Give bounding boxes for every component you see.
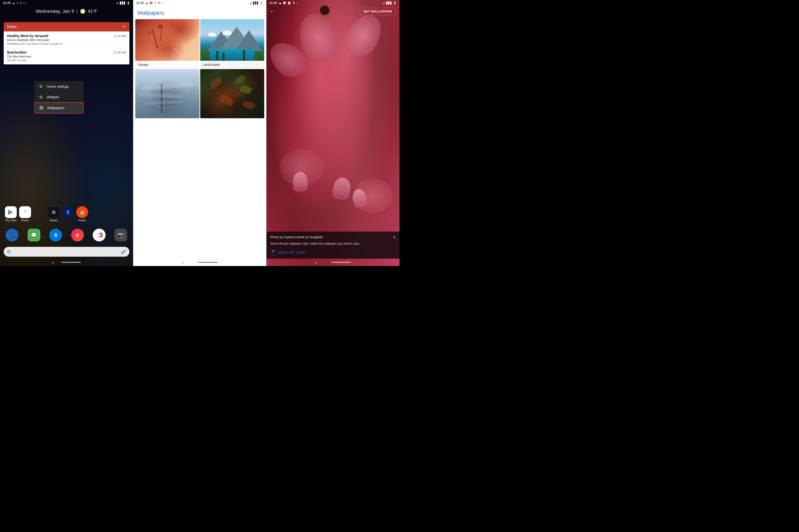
status-bar-panel1: 11:15 ☁ 𝕏 ✉ 𝕏 ● ▲ ▋▋▋ 🔋 — [0, 0, 133, 6]
home-indicator-p2[interactable] — [198, 262, 218, 263]
divider: | — [76, 9, 77, 14]
back-button-p1[interactable]: ‹ — [52, 260, 54, 265]
messages-dock-icon[interactable]: 💬 — [27, 229, 40, 242]
wifi-p2: ▲ — [249, 1, 252, 4]
games-icon: ⊞ — [48, 206, 59, 218]
nav-bar-panel3: ‹ — [266, 259, 400, 266]
skype-dock-icon[interactable]: S — [49, 229, 62, 242]
spiral-dock-icon[interactable]: ⊛ — [71, 229, 84, 242]
twitter-icon-p2: 𝕏 — [154, 1, 156, 5]
winter-image — [135, 69, 200, 118]
time-panel3: 11:15 — [270, 1, 277, 5]
note-icon-p3: 📋 — [287, 1, 291, 5]
back-nav-p3[interactable]: ‹ — [315, 260, 317, 265]
context-menu-wallpapers-label: Wallpapers — [47, 106, 64, 110]
back-button-panel3[interactable]: ← — [270, 8, 275, 14]
dot-icon-p2: ● — [162, 2, 163, 4]
chrome-dock-icon[interactable] — [93, 229, 106, 242]
signal-icon-p1: ▋▋▋ — [120, 1, 126, 5]
wallpapers-icon: 🖼 — [39, 106, 44, 110]
leaves-card[interactable] — [200, 69, 264, 118]
flower-background — [266, 0, 400, 266]
voyage-card[interactable]: Voyage — [135, 19, 200, 68]
topbar-panel3: ← SET WALLPAPER — [266, 6, 400, 17]
status-left-p2: 11:15 ☁ 🖼 𝕏 ✉ ● — [136, 1, 163, 5]
signal-p2: ▋▋▋ — [253, 1, 259, 5]
wallpapers-title: Wallpapers — [137, 10, 262, 16]
nav-bar-panel1: ‹ — [0, 259, 133, 266]
inbox-preview-2: Get $57 of meat — [7, 59, 126, 62]
inbox-sender-1: Healthy Mind by Verywell — [7, 34, 48, 38]
photos-label: Photos — [21, 219, 29, 222]
twitter-icon-1: 𝕏 — [16, 2, 18, 4]
games-app[interactable]: ⊞ Games — [48, 206, 59, 222]
gear-icon: ⚙ — [38, 84, 43, 89]
wallpaper-description: Show off your wallpaper style. Make this… — [271, 242, 395, 246]
shazam-icon: S — [62, 206, 74, 218]
games-label: Games — [50, 219, 58, 222]
build-case-row: 📱 BUILD MY CASE — [271, 249, 395, 255]
photo-credit-text: Photo by Catrina Farrell on Unsplash — [271, 235, 323, 239]
inbox-subject-2: Our best deal ever — [7, 55, 126, 58]
inbox-time-1: 11:12 AM — [113, 34, 126, 38]
wallpapers-panel: 11:15 ☁ 🖼 𝕏 ✉ ● ▲ ▋▋▋ 🔋 Wallpapers — [133, 0, 267, 266]
weather-icon: 🌕 — [80, 8, 85, 14]
chevron-down-icon[interactable]: ∨ — [393, 235, 395, 239]
signal-p3: ▋▋▋ — [386, 1, 392, 5]
context-menu-home-settings[interactable]: ⚙ Home settings — [34, 81, 83, 92]
dot-icon-p3: ● — [296, 2, 297, 4]
app-icons-row1: Play Store Photos ⊞ Games S 🤖 Reddit — [0, 206, 133, 222]
twitter-icon-p3: 𝕏 — [293, 1, 295, 5]
reddit-label: Reddit — [79, 219, 86, 222]
wifi-icon-p1: ▲ — [116, 1, 119, 4]
inbox-edit-icon[interactable]: ✏ — [123, 25, 126, 29]
battery-icon-p1: 🔋 — [127, 1, 130, 5]
context-menu-home-settings-label: Home settings — [47, 84, 69, 89]
wallpapers-grid: Voyage Landscapes — [133, 19, 266, 118]
inbox-preview-1: Meditating with chocolate is simple enou… — [7, 42, 126, 45]
back-button-p2[interactable]: ‹ — [182, 260, 184, 265]
play-store-label: Play Store — [5, 219, 17, 222]
photos-app[interactable]: Photos — [19, 206, 31, 222]
context-menu: ⚙ Home settings ⊞ Widgets 🖼 Wallpapers — [34, 81, 83, 114]
photo-credit-row: Photo by Catrina Farrell on Unsplash ∨ — [271, 235, 395, 239]
mail-icon-p2: ✉ — [158, 1, 161, 5]
status-bar-right-panel1: ▲ ▋▋▋ 🔋 — [116, 1, 130, 5]
photos-icon — [19, 206, 31, 218]
google-logo: G — [7, 249, 11, 255]
inbox-item-1[interactable]: Healthy Mind by Verywell 11:12 AM How to… — [4, 32, 129, 48]
weather-display: 41°F — [88, 9, 97, 14]
home-indicator-p3[interactable] — [331, 262, 351, 263]
leaves-image — [200, 69, 264, 118]
inbox-card: Inbox ✏ Healthy Mind by Verywell 11:12 A… — [4, 22, 129, 64]
date-weather-widget: Wednesday, Jan 9 | 🌕 41°F — [0, 8, 133, 14]
context-menu-widgets[interactable]: ⊞ Widgets — [34, 92, 83, 102]
phone-case-icon: 📱 — [271, 249, 277, 255]
context-menu-widgets-label: Widgets — [47, 95, 59, 99]
shazam-app[interactable]: S — [62, 206, 74, 222]
context-menu-wallpapers[interactable]: 🖼 Wallpapers — [34, 102, 83, 114]
landscapes-card[interactable]: Landscapes — [200, 19, 264, 68]
cloud-icon: ☁ — [12, 1, 15, 5]
dot-icon: ● — [26, 2, 27, 4]
dock-row: 📞 💬 S ⊛ 📷 — [0, 229, 133, 242]
camera-dock-icon[interactable]: 📷 — [114, 229, 127, 242]
reddit-app[interactable]: 🤖 Reddit — [76, 206, 88, 222]
image-icon-p3: 🖼 — [283, 1, 286, 5]
inbox-item-2[interactable]: ButcherBox 11:05 AM Our best deal ever G… — [4, 48, 129, 64]
inbox-title: Inbox — [7, 24, 17, 29]
home-indicator-p1[interactable] — [61, 262, 81, 263]
phone-dock-icon[interactable]: 📞 — [6, 229, 18, 242]
wallpaper-info-panel: Photo by Catrina Farrell on Unsplash ∨ S… — [266, 232, 400, 259]
set-wallpaper-button[interactable]: SET WALLPAPER — [360, 7, 396, 15]
search-bar[interactable]: G 🎤 — [4, 247, 129, 256]
build-case-button[interactable]: BUILD MY CASE — [278, 250, 305, 254]
status-right-p2: ▲ ▋▋▋ 🔋 — [249, 1, 263, 5]
winter-card[interactable] — [135, 69, 200, 118]
google-mic-icon[interactable]: 🎤 — [121, 249, 126, 254]
twitter-icon-2: 𝕏 — [23, 2, 25, 4]
inbox-subject-1: How to Meditate With Chocolate — [7, 38, 126, 42]
svg-point-2 — [98, 234, 100, 236]
widgets-icon: ⊞ — [38, 95, 43, 99]
play-store-app[interactable]: Play Store — [5, 206, 17, 222]
